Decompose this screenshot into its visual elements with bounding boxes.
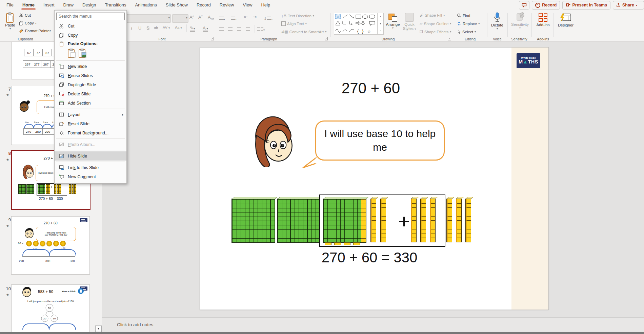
line-spacing-button[interactable]: ⇕▾ bbox=[264, 15, 273, 21]
bullets-button[interactable]: ▾ bbox=[219, 15, 225, 21]
gallery-scroll-down-icon[interactable]: ▾ bbox=[378, 20, 383, 27]
base10-ten-rod[interactable] bbox=[380, 199, 386, 242]
convert-to-smartart-button[interactable]: ⇄▦ Convert to SmartArt▾ bbox=[281, 30, 326, 34]
base10-hundred-block[interactable] bbox=[232, 199, 275, 243]
gallery-more-icon[interactable]: ▿ bbox=[378, 27, 383, 34]
paragraph-dialog-launcher[interactable] bbox=[325, 37, 328, 40]
tab-design[interactable]: Design bbox=[78, 0, 100, 10]
context-menu-item-new-comment[interactable]: New Comment bbox=[55, 172, 126, 181]
base10-ten-rod[interactable] bbox=[456, 199, 462, 242]
shapes-gallery[interactable]: A { } ☆ ▴ ▾ bbox=[334, 13, 384, 35]
base10-ten-rod[interactable] bbox=[420, 199, 426, 242]
align-text-button[interactable]: Align Text▾ bbox=[281, 21, 307, 26]
context-menu-item-add-section[interactable]: Add Section bbox=[55, 98, 126, 108]
context-menu-item-format-background[interactable]: Format Background... bbox=[55, 128, 126, 137]
font-dialog-launcher[interactable] bbox=[211, 37, 214, 40]
context-menu-item-copy[interactable]: Copy bbox=[55, 31, 126, 40]
thumbnail-slide-9[interactable]: 270 + 60 I will jump to the next 100 mul… bbox=[11, 216, 90, 275]
change-case-button[interactable]: Aa ▾ bbox=[175, 25, 182, 30]
slide-title-textbox[interactable]: 270 + 60 bbox=[289, 80, 452, 97]
arrange-button[interactable]: Arrange ▾ bbox=[385, 13, 401, 30]
context-menu-item-layout[interactable]: Layout ▸ bbox=[55, 110, 126, 119]
search-the-menus-input[interactable] bbox=[56, 13, 125, 20]
align-right-button[interactable] bbox=[237, 26, 241, 32]
align-left-button[interactable] bbox=[219, 26, 224, 32]
cut-button[interactable]: Cut bbox=[19, 13, 31, 17]
context-menu-item-cut[interactable]: Cut bbox=[55, 21, 126, 31]
comments-button[interactable] bbox=[519, 1, 529, 10]
numbering-button[interactable]: ▾ bbox=[231, 15, 237, 21]
sensitivity-button[interactable]: Sensitivity ▾ bbox=[509, 12, 530, 30]
designer-button[interactable]: Designer bbox=[556, 13, 575, 27]
speech-bubble[interactable]: I will use base 10 to help me bbox=[315, 120, 445, 161]
white-rose-maths-logo[interactable]: White Rose M▲THS bbox=[517, 53, 540, 68]
paste-keep-source-formatting-button[interactable] bbox=[68, 49, 76, 58]
select-button[interactable]: Select ▾ bbox=[457, 30, 476, 34]
thumbnail-slide-10[interactable]: 583 + 50 Have a think I will jump across… bbox=[11, 284, 90, 334]
grow-font-button[interactable]: A˄ bbox=[189, 15, 194, 20]
align-center-button[interactable] bbox=[228, 26, 233, 32]
tab-animations[interactable]: Animations bbox=[131, 0, 161, 10]
justify-button[interactable] bbox=[246, 26, 250, 32]
present-in-teams-button[interactable]: Present in Teams bbox=[562, 1, 610, 10]
add-ins-button[interactable]: Add-ins bbox=[534, 13, 552, 27]
font-size-combobox[interactable]: ▾ bbox=[172, 14, 188, 23]
dictate-button[interactable]: Dictate ▾ bbox=[489, 12, 505, 30]
copy-button[interactable]: Copy ▾ bbox=[19, 21, 37, 25]
quick-styles-button[interactable]: Quick Styles ▾ bbox=[402, 13, 417, 31]
tab-draw[interactable]: Draw bbox=[59, 0, 78, 10]
tab-record[interactable]: Record bbox=[192, 0, 215, 10]
tab-help[interactable]: Help bbox=[257, 0, 275, 10]
paste-button[interactable]: Paste ▾ bbox=[3, 12, 17, 30]
tab-slide-show[interactable]: Slide Show bbox=[161, 0, 192, 10]
base10-hundred-block[interactable] bbox=[277, 199, 321, 243]
clear-formatting-button[interactable]: A⌫ bbox=[208, 15, 214, 21]
italic-button[interactable]: I bbox=[131, 25, 132, 31]
tab-view[interactable]: View bbox=[238, 0, 257, 10]
equation-textbox[interactable]: 270 + 60 = 330 bbox=[285, 249, 454, 266]
character-spacing-button[interactable]: AV ▾ bbox=[163, 25, 170, 30]
find-button[interactable]: Find bbox=[457, 13, 470, 18]
highlight-color-button[interactable]: ✎▾ bbox=[190, 25, 195, 32]
base10-ten-rod[interactable] bbox=[370, 199, 376, 242]
base10-ten-rod[interactable] bbox=[411, 199, 417, 242]
context-menu-item-delete-slide[interactable]: Delete Slide bbox=[55, 89, 126, 98]
shape-outline-button[interactable]: ▱ Shape Outline▾ bbox=[420, 21, 451, 26]
shape-fill-button[interactable]: 🖌 Shape Fill▾ bbox=[420, 13, 445, 17]
text-shadow-button[interactable]: S bbox=[146, 25, 149, 31]
context-menu-item-hide-slide[interactable]: Hide Slide bbox=[55, 151, 126, 161]
notes-pane[interactable]: Click to add notes bbox=[102, 317, 644, 332]
pupil-avatar-image[interactable] bbox=[250, 115, 298, 167]
context-menu-item-duplicate-slide[interactable]: Duplicate Slide bbox=[55, 80, 126, 89]
base10-ten-rod[interactable] bbox=[430, 199, 436, 242]
tab-transitions[interactable]: Transitions bbox=[100, 0, 130, 10]
text-direction-button[interactable]: ↓A Text Direction▾ bbox=[281, 13, 314, 18]
format-painter-button[interactable]: Format Painter bbox=[19, 29, 51, 33]
strikethrough-button[interactable]: ab bbox=[154, 25, 158, 30]
shape-effects-button[interactable]: ❏ Shape Effects▾ bbox=[420, 30, 451, 34]
context-menu-item-reset-slide[interactable]: Reset Slide bbox=[55, 119, 126, 128]
slide-8-canvas[interactable]: White Rose M▲THS 270 + 60 I will use bas… bbox=[200, 48, 548, 310]
base10-ten-rod[interactable] bbox=[465, 199, 471, 242]
tab-review[interactable]: Review bbox=[215, 0, 239, 10]
shrink-font-button[interactable]: A˅ bbox=[198, 15, 203, 20]
paste-picture-button[interactable] bbox=[79, 49, 87, 58]
increase-indent-button[interactable]: ⇥ bbox=[253, 14, 257, 19]
context-menu-item-new-slide[interactable]: New Slide bbox=[55, 62, 126, 71]
base10-hundred-block[interactable] bbox=[323, 199, 366, 243]
font-color-button[interactable]: A ▾ bbox=[203, 25, 208, 32]
tab-insert[interactable]: Insert bbox=[39, 0, 59, 10]
base10-ten-rod[interactable] bbox=[446, 199, 452, 242]
record-button[interactable]: Record bbox=[532, 1, 560, 10]
decrease-indent-button[interactable]: ⇤ bbox=[244, 14, 248, 19]
replace-button[interactable]: Replace ▾ bbox=[457, 21, 480, 26]
share-button[interactable]: Share ▾ bbox=[613, 1, 644, 10]
context-menu-item-link-to-this-slide[interactable]: Link to this Slide bbox=[55, 163, 126, 172]
tab-file[interactable]: File bbox=[2, 0, 18, 10]
shapes-gallery-scroll[interactable]: ▴ ▾ ▿ bbox=[377, 13, 383, 34]
gallery-scroll-up-icon[interactable]: ▴ bbox=[378, 13, 383, 20]
columns-button[interactable]: ▾ bbox=[257, 26, 265, 32]
underline-button[interactable]: U bbox=[138, 25, 141, 31]
thumbnail-scroll-down-button[interactable]: ▼ bbox=[95, 326, 102, 332]
context-menu-item-reuse-slides[interactable]: Reuse Slides bbox=[55, 71, 126, 80]
